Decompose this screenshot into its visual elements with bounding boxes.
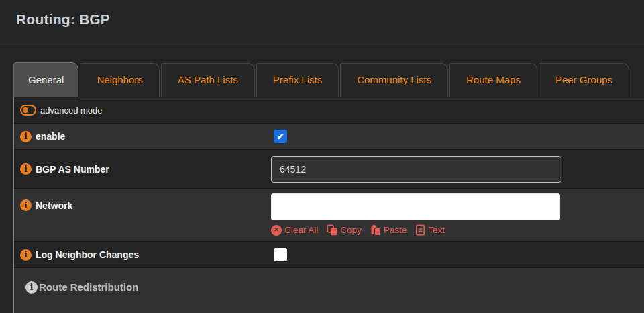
tab-general[interactable]: General	[13, 62, 78, 97]
clear-all-button[interactable]: Clear All	[271, 225, 318, 236]
paste-label: Paste	[384, 225, 407, 235]
info-icon	[20, 163, 32, 175]
log-neighbor-changes-checkbox[interactable]	[274, 248, 287, 261]
route-redistribution-label: Route Redistribution	[39, 281, 138, 293]
tab-bar: General Neighbors AS Path Lists Prefix L…	[13, 62, 644, 97]
bgp-general-form: advanced mode enable BGP AS Number Netwo…	[13, 97, 644, 313]
enable-label: enable	[36, 131, 65, 142]
enable-checkbox[interactable]	[274, 130, 287, 143]
toggle-off-icon[interactable]	[20, 105, 36, 116]
page-title: Routing: BGP	[16, 11, 644, 28]
text-button[interactable]: Text	[415, 224, 445, 236]
info-icon	[20, 131, 32, 142]
advanced-mode-row[interactable]: advanced mode	[14, 97, 644, 124]
bgp-as-number-input[interactable]	[271, 156, 561, 183]
token-actions: Clear All Copy	[271, 224, 445, 236]
log-neighbor-changes-row: Log Neighbor Changes	[14, 242, 644, 268]
network-token-input[interactable]	[271, 193, 560, 220]
tab-as-path-lists[interactable]: AS Path Lists	[161, 63, 255, 97]
copy-icon	[327, 224, 337, 236]
tab-prefix-lists[interactable]: Prefix Lists	[256, 63, 339, 97]
file-text-icon	[415, 224, 425, 236]
text-label: Text	[428, 225, 445, 235]
log-neighbor-changes-label: Log Neighbor Changes	[36, 249, 139, 260]
paste-icon	[370, 224, 381, 236]
advanced-mode-label: advanced mode	[40, 105, 103, 116]
paste-button[interactable]: Paste	[370, 224, 407, 236]
info-icon	[25, 281, 38, 294]
tab-community-lists[interactable]: Community Lists	[340, 63, 448, 97]
enable-row: enable	[14, 124, 644, 150]
info-icon	[20, 199, 32, 211]
copy-label: Copy	[340, 225, 362, 235]
clear-all-label: Clear All	[284, 225, 318, 235]
circle-x-icon	[271, 225, 282, 236]
info-icon	[20, 249, 32, 261]
network-row: Network Clear All Copy	[14, 189, 644, 242]
tab-route-maps[interactable]: Route Maps	[449, 63, 537, 97]
page-header: Routing: BGP	[0, 0, 644, 48]
tab-peer-groups[interactable]: Peer Groups	[539, 63, 629, 97]
network-label: Network	[36, 200, 72, 211]
bgp-as-number-label: BGP AS Number	[36, 164, 109, 175]
copy-button[interactable]: Copy	[327, 224, 362, 236]
bgp-as-number-row: BGP AS Number	[14, 150, 644, 189]
route-redistribution-section: Route Redistribution	[14, 268, 644, 313]
tab-neighbors[interactable]: Neighbors	[80, 63, 159, 97]
